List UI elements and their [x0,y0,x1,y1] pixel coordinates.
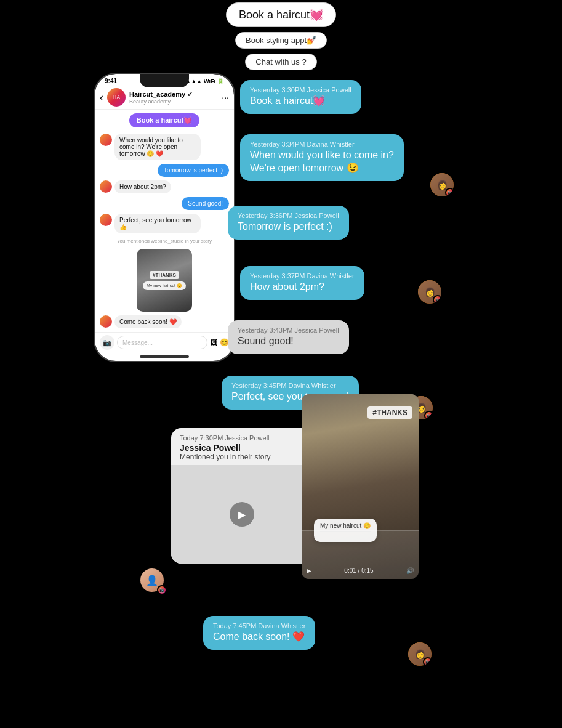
msg-avatar-2 [100,180,112,193]
msg-comeback-left: Come back soon! ❤️ [100,315,229,328]
book-haircut-chat-button[interactable]: Book a haircut💓 [129,113,199,127]
input-icons: 🖼 😊 [210,338,229,347]
bubble-when-would-you: Yesterday 3:34PM Davina Whistler When wo… [240,134,404,181]
msg-bubble-tomorrow: Perfect, see you tomorrow 👍 [114,214,201,233]
story-video-container[interactable]: ▶ [171,465,313,564]
ig-badge-2: 📷 [433,295,443,305]
bubble-book-haircut: Yesterday 3:30PM Jessica Powell Book a h… [240,80,361,114]
msg-avatar-4 [100,315,112,328]
story-thanks-tag: #THANKS [150,271,179,279]
phone-mockup: 9:41 ▲▲▲ WiFi 🔋 ‹ HA Haircut_academy ✓ B… [94,73,235,362]
story-mention-text: You mentioned webline_studio in your sto… [100,238,229,244]
bubble-message-5: Sound good! [238,335,339,348]
bubble-timestamp-5: Yesterday 3:43PM Jessica Powell [238,326,339,334]
avatar-davina-2: 👩 📷 [416,278,443,305]
dm-username: Haircut_academy ✓ [129,91,218,99]
msg-bubble: When would you like to come in? We're op… [114,134,201,160]
bubble-sound-good: Yesterday 3:43PM Jessica Powell Sound go… [228,320,349,354]
avatar-davina-1: 👩 📷 [428,171,456,198]
avatar-jessica-story: 👤 📷 [138,567,166,594]
ig-badge-3: 📷 [424,411,434,421]
phone-screen: 9:41 ▲▲▲ WiFi 🔋 ‹ HA Haircut_academy ✓ B… [95,74,234,361]
story-card-header: Today 7:30PM Jessica Powell Jessica Powe… [171,428,313,465]
chat-area: Book a haircut💓 When would you like to c… [95,110,234,332]
bubble-message-3: Tomorrow is perfect :) [238,220,339,233]
bubble-tomorrow-perfect: Yesterday 3:36PM Jessica Powell Tomorrow… [228,206,349,240]
video-time: 0:01 / 0:15 [344,567,373,574]
salon-photo: #THANKS My new haircut 😊 ————————— ▶ 0:0… [302,394,419,579]
home-bar [95,352,234,361]
msg-how-about-2pm: How about 2pm? [100,180,229,193]
ig-badge-1: 📷 [445,188,455,198]
bubble-message-1: Book a haircut💓 [250,95,351,108]
story-mention-card: Today 7:30PM Jessica Powell Jessica Powe… [171,428,313,564]
story-card-timestamp: Today 7:30PM Jessica Powell [180,434,304,442]
play-icon-small[interactable]: ▶ [307,567,311,574]
top-buttons-container: Book a haircut💓 Book styling appt💅 Chat … [0,0,562,70]
bubble-message-bottom: Come back soon! ❤️ [213,631,305,644]
phone-input-bar: 📷 Message... 🖼 😊 [95,332,234,352]
back-button[interactable]: ‹ [100,91,103,104]
bubble-timestamp-4: Yesterday 3:37PM Davina Whistler [250,272,355,280]
dm-subtitle: Beauty academy [129,99,218,105]
volume-icon[interactable]: 🔊 [406,567,414,574]
input-placeholder: Message... [122,339,153,346]
salon-photo-inner: #THANKS My new haircut 😊 ————————— ▶ 0:0… [302,394,419,579]
chat-with-us-button[interactable]: Chat with us ? [245,54,316,70]
book-styling-button[interactable]: Book styling appt💅 [235,32,327,49]
home-bar-line [140,355,189,358]
salon-haircut-text: My new haircut 😊 [320,522,371,529]
bubble-how-about-2pm: Yesterday 3:37PM Davina Whistler How abo… [240,266,364,300]
msg-sound-good: Sound good! [182,197,229,210]
msg-avatar-3 [100,214,112,226]
story-img-inner: #THANKS My new haircut 😊 [137,249,192,312]
msg-bubble-comeback: Come back soon! ❤️ [114,315,182,328]
bubble-timestamp-bottom: Today 7:45PM Davina Whistler [213,622,305,629]
story-image-in-chat: #THANKS My new haircut 😊 [137,249,192,312]
message-input[interactable]: Message... [117,336,207,349]
play-button[interactable]: ▶ [230,502,254,527]
bubble-message-2: When would you like to come in?We're ope… [250,149,394,175]
avatar-davina-bottom: 👩 📷 [406,641,433,668]
bubble-message-4: How about 2pm? [250,281,355,294]
gallery-icon[interactable]: 🖼 [210,338,217,347]
more-options-button[interactable]: ··· [222,92,229,102]
salon-sticker-line: ————————— [320,531,371,538]
bubble-timestamp-1: Yesterday 3:30PM Jessica Powell [250,86,351,94]
msg-tomorrow-perfect: Tomorrow is perfect :) [158,164,229,177]
dm-info: Haircut_academy ✓ Beauty academy [129,91,218,105]
msg-open-tomorrow: When would you like to come in? We're op… [100,134,229,160]
msg-avatar [100,134,112,146]
wifi-icon: WiFi [204,78,215,84]
bubble-timestamp-6: Yesterday 3:45PM Davina Whistler [231,382,349,389]
ig-badge-jessica: 📷 [157,585,167,595]
msg-see-you-tomorrow: Perfect, see you tomorrow 👍 [100,214,229,233]
phone-notch [140,74,189,87]
video-placeholder: ▶ [171,465,313,564]
bubble-come-back-soon: Today 7:45PM Davina Whistler Come back s… [203,616,315,650]
bubble-timestamp-2: Yesterday 3:34PM Davina Whistler [250,140,394,148]
battery-icon: 🔋 [217,78,224,84]
salon-haircut-sticker: My new haircut 😊 ————————— [314,519,377,542]
salon-thanks-tag: #THANKS [367,406,412,419]
story-haircut-sticker: My new haircut 😊 [143,281,186,290]
status-icons: ▲▲▲ WiFi 🔋 [185,78,224,84]
book-haircut-main-button[interactable]: Book a haircut💓 [226,2,336,27]
story-card-name: Jessica Powell [180,443,304,453]
phone-time: 9:41 [105,78,117,84]
ig-badge-bottom: 📷 [423,657,433,667]
bubble-timestamp-3: Yesterday 3:36PM Jessica Powell [238,212,339,219]
salon-video-controls: ▶ 0:01 / 0:15 🔊 [307,567,414,574]
dm-header: ‹ HA Haircut_academy ✓ Beauty academy ··… [95,86,234,110]
dm-avatar: HA [107,88,126,107]
story-card-subtitle: Mentioned you in their story [180,453,304,461]
msg-bubble-2pm: How about 2pm? [114,180,171,193]
camera-button[interactable]: 📷 [100,335,114,350]
